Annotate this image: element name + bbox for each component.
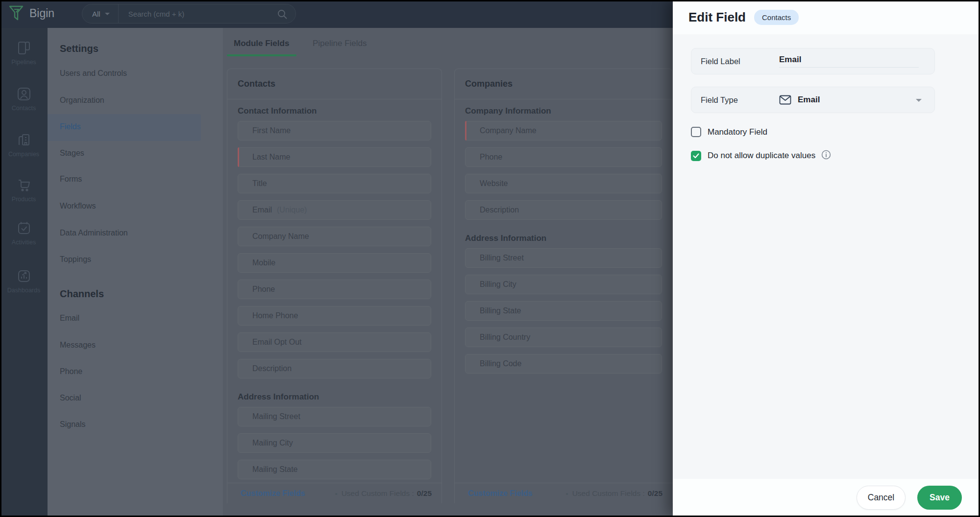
used-custom-fields-label: Used Custom Fields : — [342, 489, 414, 498]
app-frame: Bigin All Search (cmd + k) Pipelines — [0, 0, 980, 517]
field-card-phone[interactable]: Phone — [465, 147, 662, 167]
settings-title: Settings — [60, 43, 98, 54]
settings-item-organization[interactable]: Organization — [60, 96, 104, 105]
chevron-down-icon — [105, 13, 110, 15]
field-label-input[interactable]: Email — [779, 55, 919, 68]
field-card-description[interactable]: Description — [238, 359, 431, 378]
field-card-mailing-street[interactable]: Mailing Street — [238, 407, 431, 426]
sidebar-item-contacts[interactable]: Contacts — [0, 86, 48, 112]
module-rail: Pipelines Contacts Companies — [0, 28, 48, 517]
unique-tag: (Unique) — [277, 206, 307, 214]
bigin-logo-icon[interactable] — [8, 4, 24, 25]
cancel-button[interactable]: Cancel — [857, 486, 906, 510]
contacts-fields-column: Contacts Contact Information First Name … — [227, 69, 442, 503]
bullet-icon: • — [335, 490, 337, 498]
settings-item-users-and-controls[interactable]: Users and Controls — [60, 69, 127, 78]
active-tab-underline — [227, 54, 296, 56]
fields-content: Module Fields Pipeline Fields Contacts C… — [223, 28, 673, 517]
field-card-home-phone[interactable]: Home Phone — [238, 306, 431, 326]
settings-item-fields[interactable]: Fields — [60, 122, 81, 131]
column-footer: Customize Fields • Used Custom Fields : … — [227, 483, 441, 504]
settings-item-data-administration[interactable]: Data Administration — [60, 229, 128, 237]
section-heading: Company Information — [465, 106, 662, 116]
checkbox-0[interactable]: Mandatory Field — [691, 127, 767, 137]
settings-item-email[interactable]: Email — [60, 314, 79, 323]
sidebar-item-activities[interactable]: Activities — [0, 220, 48, 246]
used-custom-fields-count: 0/25 — [417, 489, 432, 498]
activities-icon — [0, 220, 48, 236]
field-card-billing-street[interactable]: Billing Street — [465, 248, 662, 268]
search-icon[interactable] — [277, 9, 288, 22]
field-card-company-name[interactable]: Company Name — [238, 227, 431, 246]
field-type-row[interactable]: Field Type Email — [691, 87, 935, 113]
field-card-mailing-state[interactable]: Mailing State — [238, 460, 431, 479]
mandatory-field-checkbox[interactable] — [691, 127, 701, 137]
field-card-title[interactable]: Title — [238, 174, 431, 193]
settings-item-signals[interactable]: Signals — [60, 420, 85, 429]
field-card-billing-code[interactable]: Billing Code — [465, 354, 662, 374]
field-card-billing-city[interactable]: Billing City — [465, 275, 662, 294]
used-custom-fields-count: 0/25 — [648, 489, 662, 498]
field-card-mobile[interactable]: Mobile — [238, 253, 431, 273]
brand-name: Bigin — [29, 7, 54, 20]
field-type-caption: Field Type — [691, 95, 779, 105]
sidebar-item-companies[interactable]: Companies — [0, 132, 48, 158]
channels-title: Channels — [60, 288, 104, 300]
settings-item-toppings[interactable]: Toppings — [60, 255, 91, 264]
settings-item-forms[interactable]: Forms — [60, 175, 82, 184]
search-scope-dropdown[interactable]: All — [92, 10, 100, 18]
field-card-first-name[interactable]: First Name — [238, 121, 431, 141]
section-heading: Address Information — [238, 392, 431, 402]
field-card-last-name[interactable]: Last Name — [238, 147, 431, 167]
tab-pipeline-fields[interactable]: Pipeline Fields — [313, 39, 367, 48]
sidebar-item-pipelines[interactable]: Pipelines — [0, 40, 48, 66]
column-title: Contacts — [227, 69, 441, 99]
tab-module-fields[interactable]: Module Fields — [234, 39, 289, 48]
search-placeholder[interactable]: Search (cmd + k) — [128, 10, 185, 18]
field-card-billing-country[interactable]: Billing Country — [465, 328, 662, 347]
settings-item-social[interactable]: Social — [60, 394, 81, 402]
field-card-email[interactable]: Email(Unique) — [238, 200, 431, 220]
modal-title: Edit Field — [688, 10, 746, 25]
field-card-email-opt-out[interactable]: Email Opt Out — [238, 332, 431, 352]
field-label-row: Field Label Email — [691, 48, 935, 74]
checkbox-1[interactable]: Do not allow duplicate values — [691, 150, 831, 162]
field-label-caption: Field Label — [691, 57, 779, 66]
field-card-company-name[interactable]: Company Name — [465, 121, 662, 141]
field-card-description[interactable]: Description — [465, 200, 662, 220]
duplicate-values-checkbox[interactable] — [691, 151, 701, 161]
companies-icon — [0, 132, 48, 148]
column-title: Companies — [455, 69, 672, 99]
settings-item-workflows[interactable]: Workflows — [60, 202, 96, 211]
field-card-phone[interactable]: Phone — [238, 280, 431, 299]
contacts-icon — [0, 86, 48, 102]
field-card-billing-state[interactable]: Billing State — [465, 301, 662, 321]
products-icon — [0, 177, 48, 193]
sidebar-item-products[interactable]: Products — [0, 177, 48, 203]
section-heading: Address Information — [465, 234, 662, 243]
module-badge: Contacts — [754, 10, 799, 25]
email-icon — [779, 95, 791, 105]
companies-fields-column: Companies Company Information Company Na… — [454, 69, 673, 503]
save-button[interactable]: Save — [917, 486, 962, 510]
settings-nav: Settings Users and Controls Organization… — [48, 28, 223, 517]
duplicate-values-label: Do not allow duplicate values — [708, 151, 815, 161]
settings-item-messages[interactable]: Messages — [60, 341, 96, 350]
settings-item-phone[interactable]: Phone — [60, 367, 82, 376]
topbar: Bigin All Search (cmd + k) — [0, 0, 673, 28]
global-search[interactable]: All Search (cmd + k) — [82, 4, 296, 24]
field-card-mailing-city[interactable]: Mailing City — [238, 433, 431, 453]
dropdown-caret-icon[interactable] — [916, 99, 922, 102]
bullet-icon: • — [565, 490, 568, 498]
sidebar-item-dashboards[interactable]: Dashboards — [0, 268, 48, 294]
mandatory-field-label: Mandatory Field — [708, 127, 767, 137]
customize-fields-link[interactable]: Customize Fields — [241, 489, 305, 498]
used-custom-fields-label: Used Custom Fields : — [572, 489, 645, 498]
field-card-website[interactable]: Website — [465, 174, 662, 193]
edit-field-modal: Edit Field Contacts Field Label Email Fi… — [673, 0, 980, 517]
settings-item-stages[interactable]: Stages — [60, 149, 84, 158]
info-icon[interactable] — [821, 150, 831, 162]
search-divider — [118, 4, 119, 24]
customize-fields-link[interactable]: Customize Fields — [468, 489, 533, 498]
column-footer: Customize Fields • Used Custom Fields : … — [455, 483, 672, 504]
